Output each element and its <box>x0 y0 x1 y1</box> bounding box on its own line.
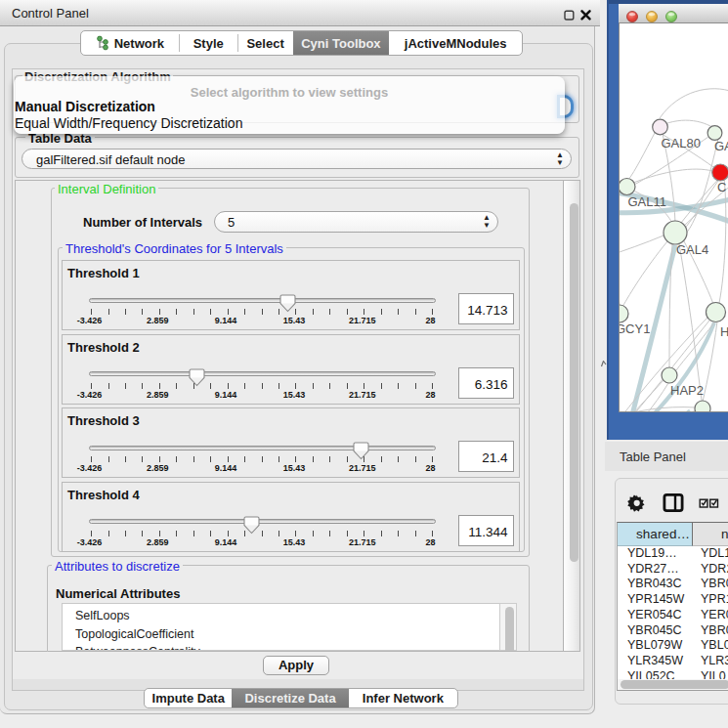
svg-text:GAL80: GAL80 <box>662 136 701 150</box>
svg-text:GAL4: GAL4 <box>676 242 708 257</box>
svg-text:GCY1: GCY1 <box>620 321 650 336</box>
svg-text:GA: GA <box>714 139 728 153</box>
svg-text:C: C <box>717 180 726 194</box>
svg-text:H: H <box>720 324 728 339</box>
svg-text:GAL11: GAL11 <box>628 194 667 209</box>
svg-text:HAP2: HAP2 <box>670 383 704 398</box>
